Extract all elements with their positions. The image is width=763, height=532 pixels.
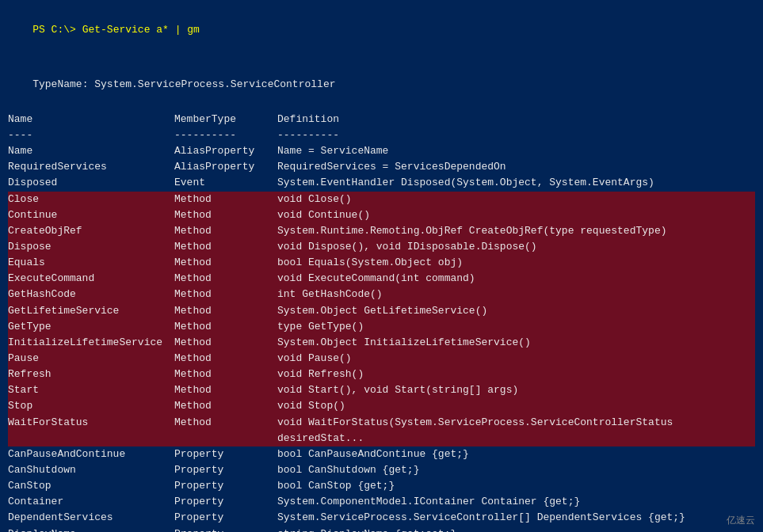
row-definition: void ExecuteCommand(int command) (277, 271, 755, 287)
row-name: InitializeLifetimeService (8, 335, 174, 351)
table-row: CanShutdownPropertybool CanShutdown {get… (8, 462, 755, 478)
row-name: RequiredServices (8, 159, 174, 175)
row-name: Disposed (8, 175, 174, 191)
row-name: Dispose (8, 239, 174, 255)
row-definition: void Continue() (277, 207, 755, 223)
table-rows: NameAliasPropertyName = ServiceNameRequi… (8, 143, 755, 532)
row-definition: void Dispose(), void IDisposable.Dispose… (277, 239, 755, 255)
row-definition: System.ServiceProcess.ServiceController[… (277, 510, 755, 526)
row-type: Method (174, 192, 277, 207)
table-row: CloseMethodvoid Close() (8, 192, 755, 207)
row-name: DisplayName (8, 526, 174, 533)
row-type: Property (174, 446, 277, 462)
row-name: DependentServices (8, 510, 174, 526)
row-name: WaitForStatus (8, 415, 174, 446)
row-type: Property (174, 510, 277, 526)
prompt-line: PS C:\> Get-Service a* | gm (8, 6, 755, 54)
row-definition: void Refresh() (277, 367, 755, 382)
row-type: Property (174, 494, 277, 510)
row-name: CanStop (8, 478, 174, 494)
row-name: CreateObjRef (8, 223, 174, 239)
watermark: 亿速云 (727, 514, 755, 527)
row-definition: string DisplayName {get;set;} (277, 526, 755, 533)
row-name: GetLifetimeService (8, 303, 174, 319)
row-definition: void WaitForStatus(System.ServiceProcess… (277, 415, 755, 446)
table-row: GetTypeMethodtype GetType() (8, 319, 755, 335)
row-definition: System.Object GetLifetimeService() (277, 303, 755, 319)
row-type: Method (174, 287, 277, 302)
table-separator: ---- ---------- ---------- (8, 127, 755, 143)
table-row: PauseMethodvoid Pause() (8, 351, 755, 367)
row-type: Method (174, 382, 277, 398)
terminal: PS C:\> Get-Service a* | gm TypeName: Sy… (0, 0, 763, 532)
table-row: DisplayNamePropertystring DisplayName {g… (8, 526, 755, 533)
row-type: Method (174, 303, 277, 319)
table-row: DisposedEventSystem.EventHandler Dispose… (8, 175, 755, 191)
table-row: EqualsMethodbool Equals(System.Object ob… (8, 255, 755, 271)
row-type: Method (174, 398, 277, 414)
row-name: Close (8, 192, 174, 207)
row-type: Method (174, 415, 277, 446)
row-definition: System.ComponentModel.IContainer Contain… (277, 494, 755, 510)
row-name: GetHashCode (8, 287, 174, 302)
table-row: ContinueMethodvoid Continue() (8, 207, 755, 223)
table-header: Name MemberType Definition (8, 112, 755, 127)
row-definition: System.Object InitializeLifetimeService(… (277, 335, 755, 351)
row-definition: void Stop() (277, 398, 755, 414)
row-type: Method (174, 207, 277, 223)
table-row: RefreshMethodvoid Refresh() (8, 367, 755, 382)
typename-line: TypeName: System.ServiceProcess.ServiceC… (8, 60, 755, 108)
row-definition: System.Runtime.Remoting.ObjRef CreateObj… (277, 223, 755, 239)
row-type: Method (174, 367, 277, 382)
row-type: Event (174, 175, 277, 191)
table-row: InitializeLifetimeServiceMethodSystem.Ob… (8, 335, 755, 351)
row-definition: void Close() (277, 192, 755, 207)
table-row: StopMethodvoid Stop() (8, 398, 755, 414)
table-row: GetLifetimeServiceMethodSystem.Object Ge… (8, 303, 755, 319)
row-definition: bool CanShutdown {get;} (277, 462, 755, 478)
table-row: GetHashCodeMethodint GetHashCode() (8, 287, 755, 302)
row-type: Method (174, 255, 277, 271)
row-name: ExecuteCommand (8, 271, 174, 287)
table-row: DependentServicesPropertySystem.ServiceP… (8, 510, 755, 526)
col-header-def: Definition (277, 112, 755, 127)
row-type: Property (174, 526, 277, 533)
row-type: Property (174, 462, 277, 478)
table-row: StartMethodvoid Start(), void Start(stri… (8, 382, 755, 398)
row-definition: RequiredServices = ServicesDependedOn (277, 159, 755, 175)
table-row: WaitForStatusMethodvoid WaitForStatus(Sy… (8, 415, 755, 446)
row-type: Method (174, 351, 277, 367)
row-type: AliasProperty (174, 143, 277, 159)
row-definition: bool Equals(System.Object obj) (277, 255, 755, 271)
row-name: Name (8, 143, 174, 159)
table-row: ContainerPropertySystem.ComponentModel.I… (8, 494, 755, 510)
row-type: Method (174, 335, 277, 351)
row-definition: Name = ServiceName (277, 143, 755, 159)
row-definition: type GetType() (277, 319, 755, 335)
row-type: Method (174, 239, 277, 255)
col-header-type: MemberType (174, 112, 277, 127)
row-name: Start (8, 382, 174, 398)
row-type: AliasProperty (174, 159, 277, 175)
row-name: Equals (8, 255, 174, 271)
row-name: CanPauseAndContinue (8, 446, 174, 462)
row-type: Property (174, 478, 277, 494)
row-type: Method (174, 319, 277, 335)
table-row: NameAliasPropertyName = ServiceName (8, 143, 755, 159)
row-name: CanShutdown (8, 462, 174, 478)
table-row: ExecuteCommandMethodvoid ExecuteCommand(… (8, 271, 755, 287)
col-header-name: Name (8, 112, 174, 127)
table-row: DisposeMethodvoid Dispose(), void IDispo… (8, 239, 755, 255)
row-definition: int GetHashCode() (277, 287, 755, 302)
prompt-text: PS C:\> Get-Service a* | gm (32, 24, 200, 36)
row-definition: void Start(), void Start(string[] args) (277, 382, 755, 398)
row-type: Method (174, 271, 277, 287)
row-name: Container (8, 494, 174, 510)
table-row: RequiredServicesAliasPropertyRequiredSer… (8, 159, 755, 175)
row-name: Stop (8, 398, 174, 414)
row-definition: System.EventHandler Disposed(System.Obje… (277, 175, 755, 191)
table-row: CreateObjRefMethodSystem.Runtime.Remotin… (8, 223, 755, 239)
row-name: GetType (8, 319, 174, 335)
row-definition: void Pause() (277, 351, 755, 367)
row-name: Refresh (8, 367, 174, 382)
